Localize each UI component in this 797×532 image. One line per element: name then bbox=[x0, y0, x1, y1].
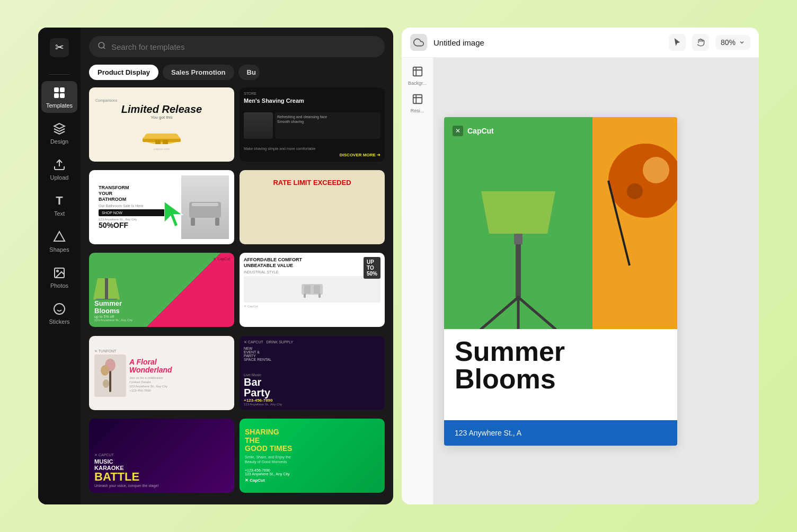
card-bath-sub: Our Bathroom Sale Is Here bbox=[99, 204, 174, 208]
zoom-control[interactable]: 80% bbox=[715, 35, 750, 50]
header-actions: 80% bbox=[669, 34, 750, 51]
card-bp-phone: +123-456-7890 bbox=[244, 398, 380, 403]
canvas-blooms-text: Blooms bbox=[455, 365, 667, 393]
resize-tool[interactable]: Resi... bbox=[406, 92, 429, 115]
card-bath-title: TransformYourBathroom bbox=[99, 185, 174, 202]
svg-rect-3 bbox=[60, 87, 65, 92]
template-card-summer-blooms[interactable]: SummerBlooms up to 5% off 123 Anywhere S… bbox=[89, 253, 234, 327]
background-label: Backgr... bbox=[408, 81, 427, 86]
svg-rect-47 bbox=[516, 244, 521, 297]
search-input[interactable] bbox=[111, 42, 376, 51]
resize-icon bbox=[412, 93, 423, 107]
svg-rect-17 bbox=[143, 139, 181, 142]
svg-line-48 bbox=[481, 297, 518, 329]
editor-title: Untitled image bbox=[433, 38, 662, 47]
card-bp-addr: 123 Anywhere St., Any City bbox=[244, 403, 380, 406]
sidebar-item-text[interactable]: T Text bbox=[41, 189, 77, 221]
sidebar-label-templates: Templates bbox=[46, 102, 73, 109]
card-bp-store: ✕ CapCut Drink Supply bbox=[244, 340, 380, 344]
sidebar-item-upload[interactable]: Upload bbox=[41, 153, 77, 185]
app-logo[interactable]: ✂ bbox=[48, 36, 71, 59]
card-lr-sub: You got this bbox=[95, 115, 228, 120]
svg-rect-19 bbox=[163, 140, 168, 144]
svg-rect-31 bbox=[314, 285, 320, 294]
card-sh-addr: +123-456-7890123 Anywhere St., Any City bbox=[245, 468, 379, 476]
template-card-rate-limit[interactable]: RATE LIMIT EXCEEDED bbox=[240, 170, 385, 244]
shapes-icon bbox=[52, 229, 67, 244]
tab-product-display[interactable]: Product Display bbox=[89, 65, 158, 80]
card-bp-label: Live Music bbox=[244, 373, 380, 377]
templates-panel: Product Display Sales Promotion Bu Compa… bbox=[81, 28, 393, 504]
tab-sales-promotion[interactable]: Sales Promotion bbox=[163, 65, 234, 80]
left-panel: ✂ Templates bbox=[38, 28, 393, 504]
card-lr-footer: capcut.com bbox=[95, 147, 228, 150]
photos-icon bbox=[52, 265, 67, 280]
card-ms-desc: Refreshing and cleansing faceSmooth shav… bbox=[277, 114, 378, 124]
cloud-icon bbox=[410, 34, 427, 51]
upload-icon bbox=[52, 157, 67, 172]
svg-rect-33 bbox=[318, 294, 321, 298]
sidebar-item-photos[interactable]: Photos bbox=[41, 261, 77, 293]
template-card-music-karaoke[interactable]: ✕ CapCut MusicKaraoke Battle Unleash you… bbox=[89, 419, 234, 493]
card-ms-store: Store bbox=[244, 92, 380, 95]
svg-rect-32 bbox=[304, 294, 306, 298]
template-card-floral[interactable]: ✕ TunFont A FloralWonderland bbox=[89, 336, 234, 410]
card-aff-badge: UPTO50% bbox=[364, 257, 380, 279]
search-bar[interactable] bbox=[89, 36, 385, 57]
editor-header: Untitled image 80% bbox=[402, 28, 759, 58]
card-ms-cta: Make shaving simple and more comfortable bbox=[244, 147, 380, 150]
template-card-sharing[interactable]: SharingTheGood Times Smile, Share, and E… bbox=[240, 419, 385, 493]
svg-rect-39 bbox=[413, 67, 422, 76]
right-panel: Untitled image 80% bbox=[402, 28, 759, 504]
card-mk-battle: Battle bbox=[94, 471, 229, 483]
sidebar-item-templates[interactable]: Templates bbox=[41, 81, 77, 113]
card-mk-brand: ✕ CapCut bbox=[94, 453, 229, 457]
hand-tool-btn[interactable] bbox=[692, 34, 709, 51]
card-ms-title: Men's Shaving Cream bbox=[244, 97, 380, 104]
card-fl-title: A FloralWonderland bbox=[129, 358, 229, 375]
canvas-lamp-orange bbox=[582, 138, 677, 287]
template-card-bar-party[interactable]: ✕ CapCut Drink Supply NewEvent &PartySpa… bbox=[240, 336, 385, 410]
filter-tabs: Product Display Sales Promotion Bu bbox=[89, 65, 385, 80]
svg-rect-4 bbox=[54, 93, 59, 98]
svg-rect-23 bbox=[215, 218, 219, 226]
card-sb-addr: 123 Anywhere St., Any City bbox=[94, 318, 132, 322]
design-canvas: ✕ CapCut bbox=[444, 117, 677, 446]
sidebar-item-shapes[interactable]: Shapes bbox=[41, 225, 77, 257]
editor-body: Backgr... Resi... bbox=[402, 58, 759, 504]
card-sb-sub: up to 5% off bbox=[94, 315, 132, 318]
svg-rect-5 bbox=[60, 93, 65, 98]
canvas-area: ✕ CapCut bbox=[433, 58, 759, 504]
svg-point-10 bbox=[54, 304, 65, 314]
template-card-mens-shaving[interactable]: Store Men's Shaving Cream Refreshing and… bbox=[240, 87, 385, 162]
canvas-lamp-green bbox=[465, 149, 571, 329]
cursor-tool-btn[interactable] bbox=[669, 34, 686, 51]
template-grid: Comparisons Limited Release You got this bbox=[89, 87, 385, 496]
svg-point-51 bbox=[608, 144, 677, 218]
sidebar-item-stickers[interactable]: Stickers bbox=[41, 297, 77, 329]
card-bath-btn[interactable]: SHOP NOW bbox=[99, 209, 174, 216]
template-card-limited-release[interactable]: Comparisons Limited Release You got this bbox=[89, 87, 234, 162]
sidebar-item-design[interactable]: Design bbox=[41, 117, 77, 149]
sidebar-label-photos: Photos bbox=[50, 282, 68, 289]
background-tool[interactable]: Backgr... bbox=[406, 64, 429, 87]
card-bp-title: BarParty bbox=[244, 377, 270, 398]
template-card-affordable[interactable]: UPTO50% Affordable ComfortUnbeatable Val… bbox=[240, 253, 385, 327]
card-sb-title: SummerBlooms bbox=[94, 300, 132, 315]
svg-rect-30 bbox=[304, 285, 311, 294]
background-icon bbox=[412, 66, 423, 79]
canvas-capcut-logo: ✕ CapCut bbox=[453, 126, 494, 136]
text-icon: T bbox=[52, 193, 67, 208]
card-sh-title: SharingTheGood Times bbox=[245, 428, 379, 453]
card-rl-text: RATE LIMIT EXCEEDED bbox=[269, 174, 355, 191]
canvas-address-bar: 123 Anywhere St., A bbox=[444, 420, 677, 446]
search-icon bbox=[98, 41, 106, 52]
template-card-bathroom[interactable]: TransformYourBathroom Our Bathroom Sale … bbox=[89, 170, 234, 244]
card-lr-title: Limited Release bbox=[95, 103, 228, 115]
svg-rect-42 bbox=[413, 95, 422, 104]
svg-rect-22 bbox=[191, 218, 195, 226]
tab-more[interactable]: Bu bbox=[238, 65, 260, 80]
svg-point-13 bbox=[99, 42, 104, 48]
card-aff-title: Affordable ComfortUnbeatable Value bbox=[244, 257, 313, 269]
sidebar-divider-top bbox=[49, 74, 70, 75]
